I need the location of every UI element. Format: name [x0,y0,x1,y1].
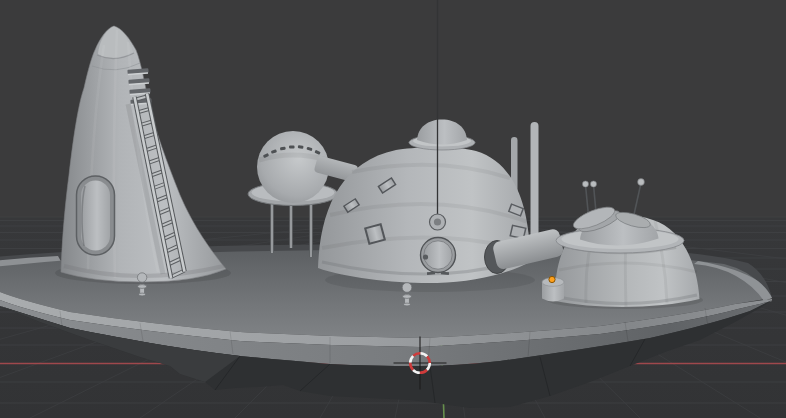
pawn-ball [402,283,412,293]
wire-ring [430,214,446,230]
rocket-door [77,176,115,255]
hatch-knob [423,254,428,259]
pawn-collar [403,295,412,299]
selected-object-origin-dot [549,276,555,282]
pawn-base [139,293,146,296]
chimney-fin-right [531,122,539,244]
pedestal-cylinder[interactable] [542,276,564,301]
pawn-collar [138,285,147,289]
3d-viewport[interactable] [0,0,786,418]
pawn-base [404,303,411,306]
pawn-ball [137,273,146,282]
